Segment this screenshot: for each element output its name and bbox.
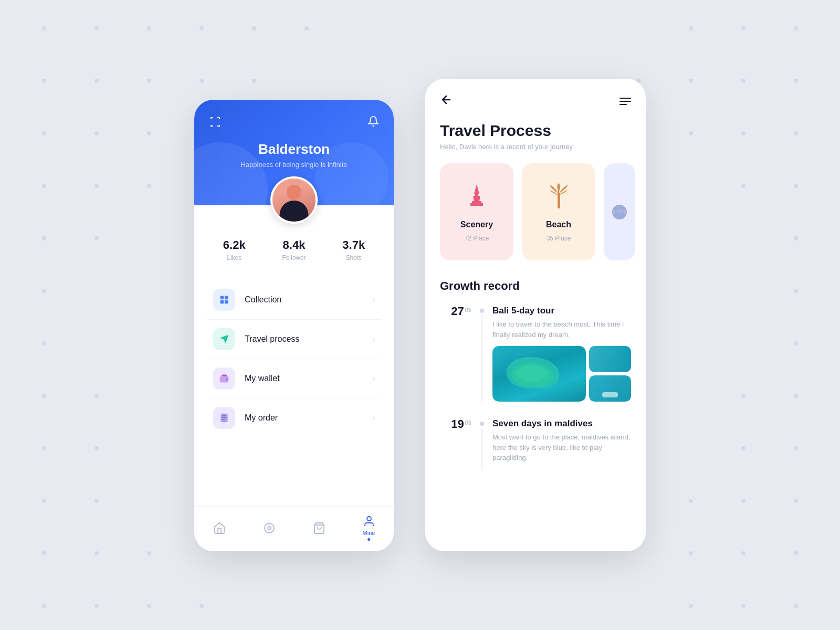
category-card-country-partial[interactable] xyxy=(604,163,635,260)
travel-label: Travel process xyxy=(245,334,372,344)
svg-rect-2 xyxy=(220,300,224,304)
date-month-1: 05 xyxy=(465,307,471,313)
timeline-desc-1: I like to travel to the beach most, This… xyxy=(492,319,631,340)
profile-avatar xyxy=(270,176,318,224)
timeline-item-maldives: 1903 Seven days in maldives Most want to… xyxy=(440,418,631,469)
travel-page-subtitle: Hello, Davis here is a record of your jo… xyxy=(440,143,631,151)
avatar-image xyxy=(272,178,316,222)
bell-icon[interactable] xyxy=(368,116,379,131)
nav-bag[interactable] xyxy=(313,522,326,534)
timeline-dot-2 xyxy=(480,422,484,426)
wallet-chevron: › xyxy=(372,374,375,383)
svg-rect-1 xyxy=(225,296,228,300)
stat-follower-label: Follower xyxy=(282,254,306,261)
order-label: My order xyxy=(245,413,372,423)
image-small-boat2 xyxy=(589,375,631,402)
svg-marker-10 xyxy=(474,184,479,194)
stat-shots-label: Shots xyxy=(342,254,365,261)
profile-header-icons xyxy=(209,116,379,131)
timeline-connector-1 xyxy=(481,315,482,402)
menu-line-2 xyxy=(620,101,631,102)
svg-point-16 xyxy=(612,205,627,219)
nav-mine-dot xyxy=(368,538,370,541)
timeline-title-2: Seven days in maldives xyxy=(492,418,631,429)
scenery-name: Scenery xyxy=(460,220,493,229)
collection-label: Collection xyxy=(245,295,372,304)
timeline-title-1: Bali 5-day tour xyxy=(492,306,631,316)
wallet-icon-wrap xyxy=(213,368,235,390)
timeline-line-2 xyxy=(480,418,484,469)
phone-profile: Balderston Happiness of being single is … xyxy=(194,100,394,551)
collection-icon-wrap xyxy=(213,289,235,311)
timeline-dot-1 xyxy=(480,309,484,313)
menu-line-1 xyxy=(620,98,631,99)
growth-record-title: Growth record xyxy=(440,279,631,293)
travel-chevron: › xyxy=(372,335,375,343)
stat-likes-value: 6.2k xyxy=(223,238,246,252)
timeline-connector-2 xyxy=(481,428,482,469)
svg-rect-13 xyxy=(472,201,481,203)
profile-avatar-wrap xyxy=(194,176,394,224)
category-card-beach[interactable]: Beach 35 Place xyxy=(522,163,595,260)
date-day-1: 27 xyxy=(451,304,464,318)
stat-likes-label: Likes xyxy=(223,254,246,261)
stat-shots-value: 3.7k xyxy=(342,238,365,252)
image-small-boat1 xyxy=(589,346,631,372)
stat-follower-value: 8.4k xyxy=(282,238,306,252)
wallet-label: My wallet xyxy=(245,374,372,383)
stat-likes: 6.2k Likes xyxy=(223,238,246,261)
stat-follower: 8.4k Follower xyxy=(282,238,306,261)
date-month-2: 03 xyxy=(465,419,471,426)
beach-icon xyxy=(545,182,572,215)
timeline-line-1 xyxy=(480,306,484,402)
scan-icon[interactable] xyxy=(209,116,222,131)
svg-rect-5 xyxy=(220,414,227,423)
date-day-2: 19 xyxy=(451,417,464,430)
svg-point-9 xyxy=(367,517,371,521)
travel-title-section: Travel Process Hello, Davis here is a re… xyxy=(425,118,646,163)
svg-rect-14 xyxy=(470,203,483,206)
nav-explore[interactable] xyxy=(263,522,276,534)
timeline-content-1: Bali 5-day tour I like to travel to the … xyxy=(492,306,631,402)
category-cards-container: Scenery 72 Place xyxy=(425,163,646,275)
travel-icon-wrap xyxy=(213,328,235,350)
menu-item-wallet[interactable]: My wallet › xyxy=(207,359,381,398)
timeline-desc-2: Most want to go to the place, maldives i… xyxy=(492,432,631,463)
beach-name: Beach xyxy=(546,220,571,229)
nav-home[interactable] xyxy=(213,522,226,534)
collection-chevron: › xyxy=(372,296,375,304)
svg-rect-0 xyxy=(220,296,224,300)
scenery-place: 72 Place xyxy=(465,235,489,242)
beach-place: 35 Place xyxy=(547,235,571,242)
timeline-item-bali: 2705 Bali 5-day tour I like to travel to… xyxy=(440,306,631,402)
order-icon-wrap xyxy=(213,407,235,429)
timeline-images-1 xyxy=(492,346,631,402)
profile-menu: Collection › Travel process › xyxy=(194,272,394,506)
category-card-scenery[interactable]: Scenery 72 Place xyxy=(440,163,513,260)
timeline-content-2: Seven days in maldives Most want to go t… xyxy=(492,418,631,469)
menu-item-collection[interactable]: Collection › xyxy=(207,280,381,320)
nav-mine-label: Mine xyxy=(363,530,375,536)
profile-bottom-nav: Mine xyxy=(194,506,394,551)
menu-item-order[interactable]: My order › xyxy=(207,398,381,437)
phones-container: Balderston Happiness of being single is … xyxy=(194,79,646,551)
svg-point-6 xyxy=(265,523,274,533)
order-chevron: › xyxy=(372,414,375,422)
travel-page-title: Travel Process xyxy=(440,122,631,140)
menu-line-3 xyxy=(620,104,627,105)
growth-record-section: Growth record 2705 Bali 5-day tour I lik… xyxy=(425,275,646,551)
timeline-date-1: 2705 xyxy=(440,306,471,402)
svg-rect-11 xyxy=(475,194,478,196)
svg-marker-12 xyxy=(473,196,480,201)
travel-app-header xyxy=(425,79,646,118)
timeline-date-2: 1903 xyxy=(440,418,471,469)
stat-shots: 3.7k Shots xyxy=(342,238,365,261)
svg-point-7 xyxy=(268,527,271,530)
scenery-icon xyxy=(464,182,490,215)
svg-rect-3 xyxy=(225,300,228,304)
nav-mine[interactable]: Mine xyxy=(363,515,375,541)
back-button[interactable] xyxy=(440,93,453,109)
image-main-ocean xyxy=(492,346,586,402)
menu-item-travel[interactable]: Travel process › xyxy=(207,320,381,359)
hamburger-menu[interactable] xyxy=(620,98,631,105)
